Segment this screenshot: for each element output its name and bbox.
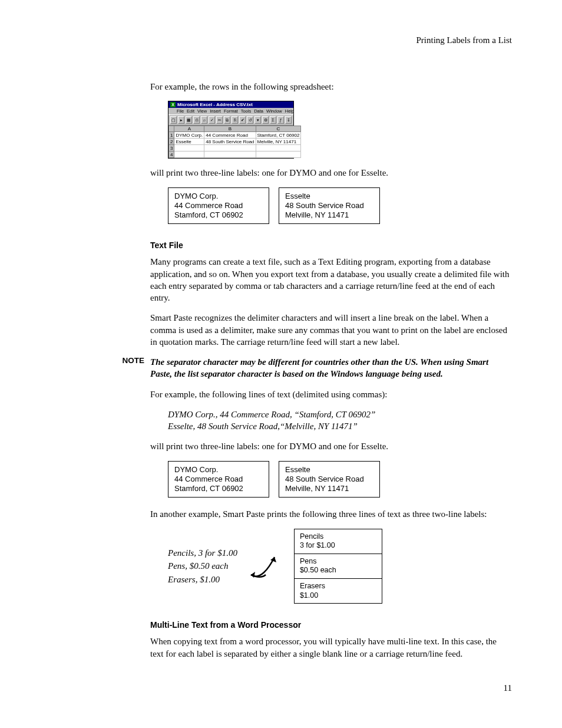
menu-item: View [197, 108, 207, 114]
body-text: Many programs can create a text file, su… [150, 256, 512, 304]
label-line: $1.00 [300, 591, 376, 601]
menu-item: Help [285, 108, 294, 114]
label-preview-row: DYMO Corp. 44 Commerce Road Stamford, CT… [168, 187, 512, 225]
toolbar-icon: ⧉ [224, 116, 230, 124]
example-line: DYMO Corp., 44 Commerce Road, “Stamford,… [168, 410, 375, 419]
input-line: Pencils, 3 for $1.00 [168, 548, 237, 558]
label-preview: Erasers $1.00 [294, 579, 382, 604]
menu-item: Data [254, 108, 263, 114]
label-line: 3 for $1.00 [300, 541, 376, 551]
note-block: NOTE The separator character may be diff… [50, 356, 512, 380]
input-line: Pens, $0.50 each [168, 561, 228, 571]
toolbar-icon: ▢ [170, 116, 177, 124]
toolbar-icon: ⎙ [193, 116, 200, 124]
label-line: Melville, NY 11471 [285, 484, 373, 493]
cell [256, 151, 301, 158]
label-line: Esselte [285, 465, 373, 475]
row-header: 4 [169, 151, 174, 158]
label-line: Erasers [300, 582, 376, 591]
label-preview: Esselte 48 South Service Road Melville, … [279, 187, 380, 225]
excel-titlebar: X Microsoft Excel - Address CSV.txt [168, 101, 293, 108]
cell [204, 151, 256, 158]
toolbar-icon: ✓ [209, 116, 215, 124]
toolbar-icon: ▸ [178, 116, 184, 124]
body-text: When copying text from a word processor,… [150, 635, 512, 660]
cell [204, 145, 256, 151]
toolbar-icon: ↺ [247, 116, 253, 124]
menu-item: Edit [187, 108, 194, 114]
excel-toolbar: ▢ ▸ ▦ ⎙ ⌕ ✓ ✂ ⧉ ⎘ ✔ ↺ ▾ ⚙ Σ ƒ ↧ [168, 114, 293, 126]
running-header: Printing Labels from a List [50, 35, 512, 45]
label-line: Stamford, CT 06902 [174, 484, 263, 493]
menu-item: Window [266, 108, 282, 114]
toolbar-icon: ▦ [186, 116, 192, 124]
label-preview: DYMO Corp. 44 Commerce Road Stamford, CT… [168, 187, 269, 225]
cell [174, 145, 204, 151]
intro-paragraph: For example, the rows in the following s… [150, 81, 512, 93]
example-lines: DYMO Corp., 44 Commerce Road, “Stamford,… [168, 409, 512, 433]
toolbar-icon: ✂ [216, 116, 223, 124]
excel-screenshot: X Microsoft Excel - Address CSV.txt File… [168, 101, 294, 159]
label-line: 48 South Service Road [285, 475, 373, 484]
body-text: In another example, Smart Paste prints t… [150, 508, 512, 520]
label-line: $0.50 each [300, 566, 376, 575]
label-line: Stamford, CT 06902 [174, 210, 263, 220]
label-line: 48 South Service Road [285, 201, 373, 210]
body-text: Smart Paste recognizes the delimiter cha… [150, 312, 512, 348]
arrow-diagram: Pencils, 3 for $1.00 Pens, $0.50 each Er… [168, 529, 512, 604]
label-line: DYMO Corp. [174, 465, 263, 475]
note-label: NOTE [50, 356, 150, 365]
label-line: Esselte [285, 192, 373, 201]
toolbar-icon: Σ [270, 116, 276, 124]
cell: Esselte [174, 139, 204, 145]
cell: 44 Commerce Road [204, 132, 256, 139]
toolbar-icon: ↧ [285, 116, 292, 124]
toolbar-icon: ⌕ [201, 116, 207, 124]
label-preview-row: DYMO Corp. 44 Commerce Road Stamford, CT… [168, 461, 512, 498]
menu-item: Format [224, 108, 238, 114]
arrow-input-text: Pencils, 3 for $1.00 Pens, $0.50 each Er… [168, 546, 237, 587]
body-text: For example, the following lines of text… [150, 388, 512, 400]
label-column: Pencils 3 for $1.00 Pens $0.50 each Eras… [294, 529, 382, 604]
corner-cell [169, 126, 174, 132]
menu-item: File [177, 108, 184, 114]
cell [256, 145, 301, 151]
label-line: 44 Commerce Road [174, 475, 263, 484]
menu-item: Tools [241, 108, 252, 114]
input-line: Erasers, $1.00 [168, 575, 220, 584]
excel-title: Microsoft Excel - Address CSV.txt [177, 102, 253, 107]
col-header: B [204, 126, 256, 132]
label-preview: Pencils 3 for $1.00 [294, 529, 382, 554]
label-preview: DYMO Corp. 44 Commerce Road Stamford, CT… [168, 461, 269, 498]
body-text: will print two three-line labels: one fo… [150, 167, 512, 179]
toolbar-icon: ✔ [239, 116, 246, 124]
cell [174, 151, 204, 158]
heading-multiline: Multi-Line Text from a Word Processor [150, 620, 512, 630]
label-line: DYMO Corp. [174, 192, 263, 201]
curved-arrow-icon [248, 548, 283, 584]
menu-item: Insert [210, 108, 221, 114]
label-line: Pens [300, 557, 376, 566]
body-text: will print two three-line labels: one fo… [150, 440, 512, 452]
page-number: 11 [50, 683, 512, 693]
heading-text-file: Text File [150, 241, 512, 250]
label-preview: Esselte 48 South Service Road Melville, … [279, 461, 380, 498]
row-header: 2 [169, 139, 174, 145]
col-header: A [174, 126, 204, 132]
col-header: C [256, 126, 301, 132]
label-line: Melville, NY 11471 [285, 210, 373, 220]
excel-menubar: File Edit View Insert Format Tools Data … [168, 108, 293, 114]
row-header: 1 [169, 132, 174, 139]
note-body: The separator character may be different… [150, 356, 512, 380]
row-header: 3 [169, 145, 174, 151]
excel-app-icon: X [170, 102, 176, 107]
cell: DYMO Corp. [174, 132, 204, 139]
label-preview: Pens $0.50 each [294, 554, 382, 579]
cell: Melville, NY 11471 [256, 139, 301, 145]
cell: Stamford, CT 06902 [256, 132, 301, 139]
cell: 48 South Service Road [204, 139, 256, 145]
example-line: Esselte, 48 South Service Road,“Melville… [168, 421, 358, 431]
toolbar-icon: ▾ [254, 116, 261, 124]
label-line: 44 Commerce Road [174, 201, 263, 210]
label-line: Pencils [300, 532, 376, 542]
